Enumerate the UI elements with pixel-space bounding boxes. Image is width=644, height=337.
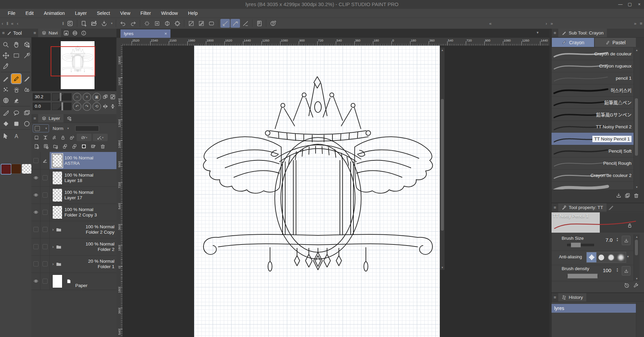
- layer-visibility-cell[interactable]: [31, 204, 41, 221]
- transform-icon[interactable]: [172, 19, 182, 28]
- tool-wand[interactable]: [22, 51, 31, 60]
- scroll-thumb[interactable]: [441, 99, 444, 231]
- lock-transparent-pixels-icon[interactable]: [68, 134, 75, 141]
- tool-hand[interactable]: [11, 40, 21, 49]
- tool-frame[interactable]: [22, 108, 31, 118]
- aa-dropdown-icon[interactable]: ▾: [627, 255, 629, 258]
- history-item[interactable]: lyres: [552, 304, 636, 313]
- zoom-slider[interactable]: [52, 93, 72, 101]
- snap-guide-icon[interactable]: [241, 19, 250, 28]
- subtool-item--[interactable]: 허스키스키: [552, 84, 634, 97]
- tool-rotate3d[interactable]: [22, 40, 31, 49]
- layer-visibility-cell[interactable]: [31, 273, 41, 290]
- transparent-color-swatch[interactable]: [22, 164, 32, 174]
- scroll-up-icon[interactable]: ▴: [634, 235, 640, 238]
- dock-collapse-left-icon[interactable]: ‹: [0, 21, 5, 26]
- tool-shape-circle[interactable]: [22, 119, 31, 128]
- subview-tab-icon[interactable]: [63, 30, 69, 36]
- lock-layer-icon[interactable]: [59, 134, 66, 141]
- apply-mask-icon[interactable]: [89, 142, 97, 150]
- layer-check-cell[interactable]: [41, 169, 50, 186]
- scroll-thumb[interactable]: [635, 98, 638, 156]
- brush-density-source-button[interactable]: [622, 266, 630, 276]
- zoom-out-button[interactable]: −: [73, 93, 81, 101]
- scroll-left-icon[interactable]: ‹: [15, 21, 20, 26]
- csp-logo-icon[interactable]: [65, 19, 75, 28]
- info-tab-icon[interactable]: [81, 30, 87, 36]
- layer-visibility-cell[interactable]: [31, 169, 41, 186]
- export-dropdown-icon[interactable]: ▾: [109, 22, 114, 25]
- material-palette-icon[interactable]: [254, 19, 264, 28]
- itembank-tab-icon[interactable]: [72, 30, 78, 36]
- menu-select[interactable]: Select: [92, 9, 115, 18]
- reset-all-settings-icon[interactable]: [624, 282, 630, 288]
- subtool-item-pencil-soft[interactable]: Pencil| Soft: [552, 145, 634, 157]
- tool-decoration[interactable]: [1, 85, 10, 94]
- reference-layer-icon[interactable]: [42, 134, 49, 141]
- layer-visibility-cell[interactable]: [31, 255, 41, 273]
- new-folder-icon[interactable]: [52, 142, 59, 150]
- subtool-item-partial[interactable]: [552, 181, 634, 189]
- brush-detail-tab-icon[interactable]: [608, 205, 614, 211]
- selection-apply-icon[interactable]: [196, 19, 206, 28]
- new-file-icon[interactable]: [79, 19, 89, 28]
- tool-pencil[interactable]: [11, 74, 21, 83]
- toolbar-menu-icon[interactable]: ≡: [638, 21, 644, 26]
- transfer-to-lower-layer-icon[interactable]: [61, 142, 69, 150]
- tool-zoom[interactable]: [1, 40, 10, 49]
- scroll-down-icon[interactable]: ▾: [634, 277, 640, 280]
- history-scrollbar[interactable]: [636, 302, 644, 337]
- set-as-ruler-button[interactable]: ▾: [77, 134, 91, 141]
- subtool-item--[interactable]: 鉛筆風△ペン: [552, 96, 634, 109]
- history-menu-icon[interactable]: ≡: [552, 295, 558, 300]
- collapse-left-dock-icon[interactable]: «: [9, 21, 15, 26]
- canvas-vertical-scrollbar[interactable]: ▴ ▾: [440, 47, 445, 270]
- delete-layer-icon[interactable]: [99, 142, 106, 150]
- secondary-color-swatch[interactable]: [11, 164, 21, 174]
- brush-size-spinner[interactable]: ▴▾: [617, 237, 618, 242]
- layer-visibility-cell[interactable]: [31, 152, 41, 169]
- brush-density-slider[interactable]: [567, 275, 598, 277]
- tool-eraser[interactable]: [11, 96, 21, 105]
- tab-crayon[interactable]: Crayon: [552, 37, 594, 47]
- snap-special-icon[interactable]: [231, 19, 240, 28]
- tool-blend[interactable]: [22, 85, 31, 94]
- layer-visibility-cell[interactable]: [31, 221, 41, 238]
- expand-folder-icon[interactable]: ›: [52, 227, 54, 232]
- layer-row-paper[interactable]: Paper: [31, 273, 116, 290]
- menu-layer[interactable]: Layer: [70, 9, 92, 18]
- tool-balloon[interactable]: [11, 108, 21, 118]
- menu-animation[interactable]: Animation: [39, 9, 70, 18]
- tool-marquee[interactable]: [11, 51, 21, 60]
- layer-check-cell[interactable]: [41, 255, 50, 273]
- subtool-tab[interactable]: Sub Tool: Crayon: [558, 29, 607, 37]
- brush-size-source-button[interactable]: [622, 236, 630, 245]
- copy-subtool-icon[interactable]: [624, 192, 630, 199]
- new-vector-layer-icon[interactable]: [42, 142, 50, 150]
- subtool-scrollbar[interactable]: ▴ ▾: [634, 48, 640, 189]
- export-icon[interactable]: [100, 19, 109, 28]
- aa-none-option[interactable]: [587, 252, 596, 262]
- canvas-page[interactable]: [194, 46, 440, 337]
- expand-folder-icon[interactable]: ›: [52, 262, 54, 266]
- layer-row-layer-17[interactable]: 100 % NormalLayer 17: [31, 186, 116, 204]
- tool-pen[interactable]: [1, 74, 10, 83]
- undo-icon[interactable]: [118, 19, 128, 28]
- selection-show-icon[interactable]: [207, 19, 216, 28]
- layer-row-folder-1[interactable]: ›20 % NormalFolder 1: [31, 255, 116, 273]
- tool-property-menu-icon[interactable]: ≡: [552, 205, 558, 210]
- collapse-canvas-left-icon[interactable]: «: [487, 21, 493, 26]
- layer-panel-menu-icon[interactable]: ≡: [31, 116, 38, 121]
- layer-thumbnail[interactable]: [52, 206, 62, 219]
- create-layer-mask-icon[interactable]: [80, 142, 87, 150]
- tool-move[interactable]: [1, 51, 10, 60]
- deselect-icon[interactable]: [142, 19, 152, 28]
- subtool-item-crayon-de-couleur[interactable]: Crayon de couleur: [552, 48, 634, 60]
- tool-eyedropper[interactable]: [1, 61, 10, 71]
- zoom-in-button[interactable]: +: [83, 93, 91, 101]
- clip-at-layer-below-icon[interactable]: [33, 134, 40, 141]
- subtool-item-tt-noisy-pencil-1[interactable]: TT Noisy Pencil 1: [552, 133, 634, 145]
- canvas-viewport[interactable]: ▴ ▾: [123, 46, 549, 337]
- scroll-down-icon[interactable]: ▾: [440, 266, 445, 269]
- scroll-thumb[interactable]: [635, 240, 638, 255]
